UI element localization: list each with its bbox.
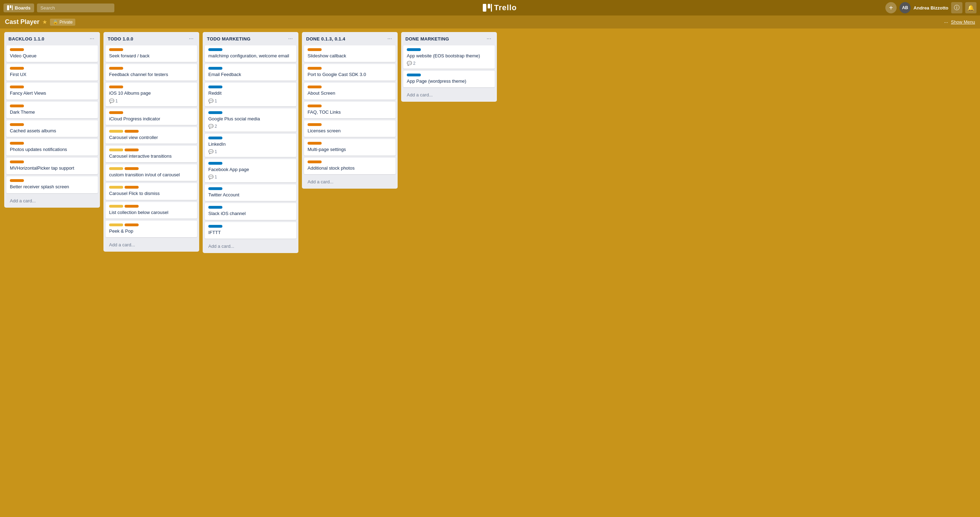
card[interactable]: About Screen <box>304 83 396 99</box>
card-labels <box>407 73 491 76</box>
card[interactable]: App Page (wordpress theme) <box>403 71 495 87</box>
card-title: iOS 10 Albums page <box>109 90 194 96</box>
card[interactable]: Facebook App page💬1 <box>205 159 296 182</box>
card[interactable]: Reddit💬1 <box>205 83 296 106</box>
notifications-button[interactable]: 🔔 <box>965 2 977 13</box>
add-card-button-backlog[interactable]: Add a card... <box>6 196 99 206</box>
comment-icon: 💬 <box>109 99 115 103</box>
card[interactable]: Fancy Alert Views <box>6 83 98 99</box>
star-icon[interactable]: ★ <box>42 19 47 25</box>
bell-icon: 🔔 <box>967 5 974 11</box>
orange-label <box>10 179 24 182</box>
card[interactable]: Licenses screen <box>304 120 396 137</box>
card-title: Cached assets albums <box>10 128 94 134</box>
card[interactable]: List collection below carousel <box>105 202 197 218</box>
card-labels <box>10 67 94 70</box>
card[interactable]: Video Queue <box>6 45 98 62</box>
add-card-button-todomarketing[interactable]: Add a card... <box>204 242 297 251</box>
card[interactable]: IFTTT <box>205 222 296 239</box>
card-comment-count: 💬2 <box>208 124 217 129</box>
card[interactable]: iOS 10 Albums page💬1 <box>105 83 197 106</box>
card[interactable]: First UX <box>6 64 98 81</box>
card[interactable]: Carousel interactive transitions <box>105 146 197 162</box>
card[interactable]: custom transition in/out of carousel <box>105 164 197 181</box>
list-menu-button-done0104[interactable]: ··· <box>386 35 393 43</box>
orange-label <box>10 86 24 88</box>
info-icon: ⓘ <box>954 4 959 12</box>
boards-button[interactable]: Boards <box>3 3 34 12</box>
list-menu-button-backlog[interactable]: ··· <box>88 35 96 43</box>
card[interactable]: LinkedIn💬1 <box>205 134 296 157</box>
card-labels <box>208 67 293 70</box>
card[interactable]: App website (EOS bootstrap theme)💬2 <box>403 45 495 68</box>
list-title-backlog: BACKLOG 1.1.0 <box>8 36 45 41</box>
card[interactable]: Seek forward / back <box>105 45 197 62</box>
card[interactable]: Photos updates notifications <box>6 139 98 156</box>
card-title: MVHorizontalPicker tap support <box>10 165 94 172</box>
card[interactable]: Additional stock photos <box>304 157 396 174</box>
card-title: Slideshow callback <box>307 53 392 59</box>
svg-rect-4 <box>488 4 490 8</box>
card[interactable]: Dark Theme <box>6 102 98 118</box>
orange-label <box>10 48 24 51</box>
card[interactable]: Carousel Flick to dismiss <box>105 183 197 200</box>
card[interactable]: Slack iOS channel <box>205 203 296 220</box>
add-card-button-donemarketing[interactable]: Add a card... <box>402 90 495 100</box>
card[interactable]: Carousel view controller <box>105 127 197 143</box>
card[interactable]: MVHorizontalPicker tap support <box>6 157 98 174</box>
card[interactable]: iCloud Progress indicator <box>105 108 197 125</box>
svg-rect-1 <box>10 5 11 8</box>
card[interactable]: Twitter Account <box>205 185 296 201</box>
card[interactable]: Cached assets albums <box>6 120 98 137</box>
card[interactable]: FAQ, TOC Links <box>304 102 396 118</box>
orange-label <box>307 123 321 126</box>
card-labels <box>307 67 392 70</box>
comment-count: 1 <box>215 149 217 154</box>
card-title: Feedback channel for testers <box>109 72 194 78</box>
info-button[interactable]: ⓘ <box>951 2 963 13</box>
card-title: FAQ, TOC Links <box>307 109 392 115</box>
card-title: LinkedIn <box>208 141 293 148</box>
card[interactable]: Port to Google Cast SDK 3.0 <box>304 64 396 81</box>
list-title-donemarketing: DONE MARKETING <box>406 36 449 41</box>
card[interactable]: mailchimp configuration, welcome email <box>205 45 296 62</box>
card[interactable]: Email Feedback <box>205 64 296 81</box>
card-labels <box>109 167 194 170</box>
add-button[interactable]: + <box>885 2 897 13</box>
list-menu-button-donemarketing[interactable]: ··· <box>485 35 493 43</box>
show-menu-link[interactable]: Show Menu <box>951 19 975 25</box>
card-labels <box>307 142 392 145</box>
card-meta: 💬1 <box>109 99 194 103</box>
card[interactable]: Google Plus social media💬2 <box>205 108 296 132</box>
card[interactable]: Slideshow callback <box>304 45 396 62</box>
card-labels <box>10 161 94 163</box>
list-header-backlog: BACKLOG 1.1.0··· <box>4 32 100 45</box>
list-menu-button-todo100[interactable]: ··· <box>188 35 195 43</box>
list-menu-button-todomarketing[interactable]: ··· <box>287 35 294 43</box>
orange-label <box>124 167 138 170</box>
add-card-button-done0104[interactable]: Add a card... <box>303 177 396 187</box>
blue-label <box>208 206 223 209</box>
orange-label <box>109 111 123 114</box>
comment-count: 1 <box>215 175 217 180</box>
card-labels <box>208 111 293 114</box>
orange-label <box>307 161 321 163</box>
card-labels <box>208 206 293 209</box>
card[interactable]: Better receiver splash screen <box>6 176 98 193</box>
nav-right: + AB Andrea Bizzotto ⓘ 🔔 <box>885 2 977 13</box>
add-card-button-todo100[interactable]: Add a card... <box>105 240 198 250</box>
yellow-label <box>109 223 123 226</box>
yellow-label <box>109 186 123 189</box>
card[interactable]: Feedback channel for testers <box>105 64 197 81</box>
card-meta: 💬1 <box>208 99 293 103</box>
card[interactable]: Multi-page settings <box>304 139 396 156</box>
card-comment-count: 💬1 <box>208 99 217 103</box>
boards-label: Boards <box>15 5 30 11</box>
search-input[interactable] <box>37 3 115 12</box>
trello-wordmark: Trello <box>494 3 517 12</box>
card-title: Port to Google Cast SDK 3.0 <box>307 72 392 78</box>
list-cards-donemarketing: App website (EOS bootstrap theme)💬2App P… <box>401 45 497 89</box>
card-title: Reddit <box>208 90 293 96</box>
board-header: Cast Player ★ 🔒 Private ··· Show Menu <box>0 16 980 29</box>
card[interactable]: Peek & Pop <box>105 221 197 237</box>
